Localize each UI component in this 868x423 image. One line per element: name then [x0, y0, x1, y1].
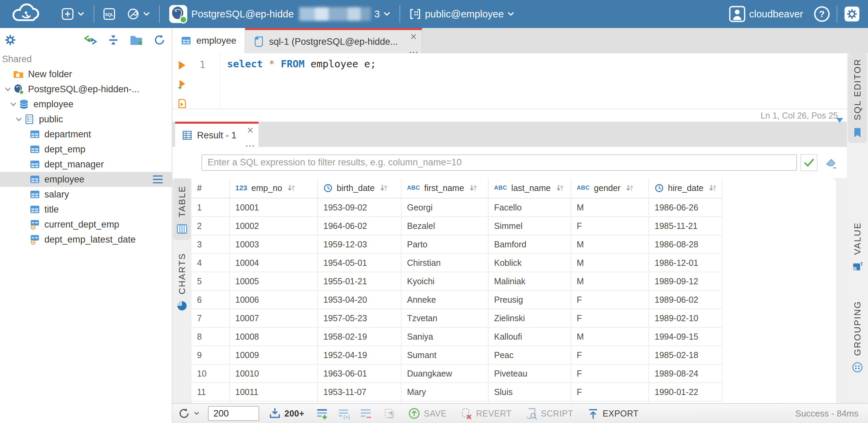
data-cell[interactable]: 1957-05-23: [318, 309, 402, 327]
data-cell[interactable]: Piveteau: [489, 365, 571, 382]
data-cell[interactable]: M: [571, 199, 649, 216]
data-cell[interactable]: 10004: [230, 254, 318, 272]
data-cell[interactable]: Koblick: [489, 254, 571, 272]
data-cell[interactable]: 1986-06-26: [649, 199, 723, 216]
table-row[interactable]: 12100121960-10-04PatricioBridglandM1992-…: [192, 401, 723, 403]
data-cell[interactable]: Bezalel: [402, 217, 489, 235]
filter-input[interactable]: [201, 154, 797, 171]
data-cell[interactable]: Patricio: [402, 401, 489, 403]
fetch-more-button[interactable]: 200+: [269, 407, 304, 420]
data-cell[interactable]: M: [571, 235, 649, 253]
data-cell[interactable]: Facello: [489, 199, 571, 216]
data-cell[interactable]: Sluis: [489, 383, 571, 401]
data-cell[interactable]: M: [571, 272, 649, 290]
data-cell[interactable]: Preusig: [489, 291, 571, 309]
add-row-icon[interactable]: [316, 407, 328, 420]
data-cell[interactable]: F: [571, 309, 649, 327]
tab-result-1[interactable]: Result - 1 ...: [175, 122, 258, 147]
delete-row-icon[interactable]: [360, 407, 372, 420]
data-cell[interactable]: Maliniak: [489, 272, 571, 290]
table-row[interactable]: 1100011953-09-02GeorgiFacelloM1986-06-26: [192, 199, 723, 217]
refresh-result-button[interactable]: [178, 407, 200, 420]
column-header-gender[interactable]: ABCgender: [571, 178, 649, 198]
tab-sql-1[interactable]: sql-1 (PostgreSQL@ep-hidde... ...: [245, 28, 422, 53]
column-header-emp_no[interactable]: 123emp_no: [230, 178, 318, 198]
data-cell[interactable]: 10005: [230, 272, 318, 290]
data-cell[interactable]: 1959-12-03: [318, 235, 402, 253]
apply-filter-button[interactable]: [800, 154, 817, 171]
clear-filter-button[interactable]: [822, 154, 839, 171]
data-cell[interactable]: Tzvetan: [402, 309, 489, 327]
link-with-editor-button[interactable]: [84, 35, 97, 47]
table-row[interactable]: 4100041954-05-01ChirstianKoblickM1986-12…: [192, 254, 723, 272]
data-cell[interactable]: F: [571, 291, 649, 309]
tree-item-dept-emp-latest-date[interactable]: dept_emp_latest_date: [0, 232, 172, 247]
table-row[interactable]: 8100081958-02-19SaniyaKalloufiM1994-09-1…: [192, 328, 723, 346]
tree-item-employee[interactable]: employee: [0, 97, 172, 112]
data-cell[interactable]: F: [571, 346, 649, 364]
tree-item-employee[interactable]: employee: [0, 172, 172, 187]
tree-item-new-folder[interactable]: New folder: [0, 67, 172, 82]
data-cell[interactable]: 1986-12-01: [649, 254, 723, 272]
duplicate-row-icon[interactable]: (+): [338, 407, 350, 420]
revert-button[interactable]: REVERT: [460, 407, 512, 420]
tree-item-dept-emp[interactable]: dept_emp: [0, 142, 172, 157]
chevron-expanded-icon[interactable]: [8, 100, 18, 108]
refresh-tree-button[interactable]: [153, 34, 166, 47]
data-cell[interactable]: 1953-11-07: [318, 383, 402, 401]
data-cell[interactable]: 10001: [230, 199, 318, 216]
splitter-toggle-icon[interactable]: [835, 117, 844, 124]
tab-menu-icon[interactable]: ...: [409, 46, 418, 53]
data-cell[interactable]: F: [571, 217, 649, 235]
data-cell[interactable]: Anneke: [402, 291, 489, 309]
data-cell[interactable]: Peac: [489, 346, 571, 364]
copy-selection-icon[interactable]: [383, 407, 396, 420]
table-row[interactable]: 10100101963-06-01DuangkaewPiveteauF1989-…: [192, 365, 723, 383]
column-header-last_name[interactable]: ABClast_name: [489, 178, 571, 198]
data-cell[interactable]: 10012: [230, 401, 318, 403]
data-cell[interactable]: Zielinski: [489, 309, 571, 327]
data-cell[interactable]: 1964-06-02: [318, 217, 402, 235]
data-cell[interactable]: Bamford: [489, 235, 571, 253]
new-object-button[interactable]: [61, 8, 85, 20]
table-row[interactable]: 9100091952-04-19SumantPeacF1985-02-18: [192, 346, 723, 365]
new-folder-button[interactable]: [129, 34, 143, 47]
table-row[interactable]: 7100071957-05-23TzvetanZielinskiF1989-02…: [192, 309, 723, 328]
data-cell[interactable]: 1985-02-18: [649, 346, 723, 364]
data-cell[interactable]: F: [571, 383, 649, 401]
data-cell[interactable]: 1989-09-12: [649, 272, 723, 290]
tree-item-dept-manager[interactable]: dept_manager: [0, 157, 172, 172]
data-cell[interactable]: 1989-02-10: [649, 309, 723, 327]
tab-grouping-panel[interactable]: GROUPING: [848, 294, 867, 379]
settings-button[interactable]: [843, 5, 860, 23]
data-cell[interactable]: M: [571, 254, 649, 272]
data-cell[interactable]: 1953-09-02: [318, 199, 402, 216]
data-cell[interactable]: Kyoichi: [402, 272, 489, 290]
execute-icon[interactable]: [177, 60, 187, 70]
data-cell[interactable]: 1986-08-28: [649, 235, 723, 253]
save-button[interactable]: SAVE: [408, 407, 447, 420]
column-header-hire_date[interactable]: hire_date: [649, 178, 723, 198]
data-cell[interactable]: 10010: [230, 365, 318, 382]
connection-selector[interactable]: PostgreSQL@ep-hidde 3: [169, 4, 391, 24]
data-cell[interactable]: 1992-12-18: [649, 401, 723, 403]
tab-employee[interactable]: employee: [172, 28, 245, 53]
table-row[interactable]: 6100061953-04-20AnnekePreusigF1989-06-02: [192, 291, 723, 309]
help-button[interactable]: ?: [813, 5, 830, 23]
tab-charts-view[interactable]: CHARTS: [173, 246, 191, 317]
driver-tools-button[interactable]: [127, 8, 150, 20]
close-icon[interactable]: [247, 126, 254, 134]
script-button[interactable]: SCRIPT: [525, 407, 573, 420]
data-cell[interactable]: 1958-02-19: [318, 328, 402, 345]
data-cell[interactable]: 10011: [230, 383, 318, 401]
tree-item-title[interactable]: title: [0, 202, 172, 217]
data-cell[interactable]: Sumant: [402, 346, 489, 364]
tab-menu-icon[interactable]: ...: [246, 140, 255, 146]
result-grid[interactable]: #123emp_nobirth_dateABCfirst_nameABClast…: [192, 178, 836, 403]
table-row[interactable]: 2100021964-06-02BezalelSimmelF1985-11-21: [192, 217, 723, 235]
chevron-expanded-icon[interactable]: [3, 85, 13, 93]
table-row[interactable]: 5100051955-01-21KyoichiMaliniakM1989-09-…: [192, 272, 723, 291]
data-cell[interactable]: 10002: [230, 217, 318, 235]
user-menu[interactable]: cloudbeaver: [729, 5, 803, 23]
data-cell[interactable]: 1989-08-24: [649, 365, 723, 382]
